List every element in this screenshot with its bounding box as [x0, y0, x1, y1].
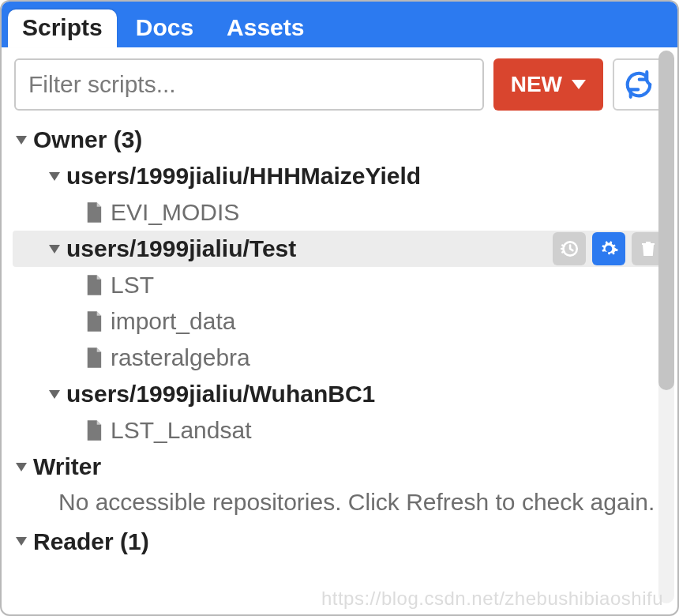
- script-tree: Owner (3) users/1999jialiu/HHHMaizeYield…: [2, 122, 677, 614]
- repo-name: users/1999jialiu/Test: [66, 235, 296, 262]
- gear-icon: [598, 239, 619, 259]
- settings-button[interactable]: [592, 232, 625, 265]
- section-owner[interactable]: Owner (3): [13, 122, 670, 158]
- file-icon: [85, 419, 103, 441]
- file-item[interactable]: rasteralgebra: [13, 340, 670, 376]
- file-name: import_data: [111, 308, 235, 335]
- caret-down-icon: [572, 80, 586, 89]
- repo-item[interactable]: users/1999jialiu/Test: [13, 231, 670, 267]
- caret-down-icon: [16, 463, 27, 471]
- caret-down-icon: [49, 245, 60, 254]
- file-name: rasteralgebra: [111, 344, 250, 371]
- file-item[interactable]: import_data: [13, 303, 670, 340]
- file-name: LST: [111, 272, 154, 299]
- new-script-button[interactable]: NEW: [493, 58, 603, 111]
- file-item[interactable]: LST: [13, 267, 670, 303]
- scripts-panel: Scripts Docs Assets NEW Owner (3): [0, 0, 679, 616]
- row-actions: [553, 232, 665, 265]
- file-name: EVI_MODIS: [111, 199, 239, 226]
- scrollbar-thumb[interactable]: [658, 51, 674, 390]
- filter-scripts-input[interactable]: [14, 58, 484, 111]
- file-name: LST_Landsat: [111, 417, 251, 444]
- file-icon: [85, 274, 103, 296]
- trash-icon: [639, 239, 658, 259]
- repo-name: users/1999jialiu/HHHMaizeYield: [66, 163, 421, 190]
- file-item[interactable]: EVI_MODIS: [13, 194, 670, 231]
- writer-empty-message: No accessible repositories. Click Refres…: [13, 485, 670, 524]
- file-icon: [85, 201, 103, 223]
- section-reader[interactable]: Reader (1): [13, 524, 670, 560]
- section-owner-label: Owner (3): [33, 126, 142, 153]
- refresh-icon: [624, 69, 654, 100]
- caret-down-icon: [49, 172, 60, 181]
- repo-item[interactable]: users/1999jialiu/HHHMaizeYield: [13, 158, 670, 194]
- tabs-bar: Scripts Docs Assets: [2, 2, 677, 47]
- section-reader-label: Reader (1): [33, 528, 149, 555]
- scrollbar[interactable]: [658, 51, 674, 603]
- refresh-button[interactable]: [613, 58, 665, 111]
- caret-down-icon: [49, 390, 60, 399]
- caret-down-icon: [16, 136, 27, 145]
- new-button-label: NEW: [511, 72, 562, 97]
- repo-name: users/1999jialiu/WuhanBC1: [66, 381, 375, 408]
- repo-item[interactable]: users/1999jialiu/WuhanBC1: [13, 376, 670, 412]
- tab-docs[interactable]: Docs: [122, 9, 208, 47]
- history-button[interactable]: [553, 232, 586, 265]
- file-icon: [85, 347, 103, 369]
- section-writer-label: Writer: [33, 453, 101, 480]
- file-item[interactable]: LST_Landsat: [13, 412, 670, 449]
- section-writer[interactable]: Writer: [13, 449, 670, 485]
- file-icon: [85, 310, 103, 332]
- tab-assets[interactable]: Assets: [212, 9, 318, 47]
- tab-scripts[interactable]: Scripts: [8, 9, 117, 47]
- toolbar: NEW: [2, 47, 677, 122]
- history-icon: [559, 239, 580, 259]
- caret-down-icon: [16, 537, 27, 546]
